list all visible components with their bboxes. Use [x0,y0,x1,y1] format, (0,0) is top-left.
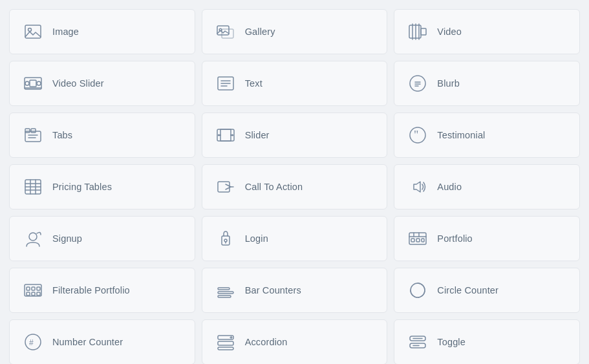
blurb-label: Blurb [437,78,460,89]
card-image[interactable]: Image [9,9,195,54]
card-accordion[interactable]: Accordion [202,319,388,364]
accordion-label: Accordion [245,337,288,347]
widget-grid: ImageGalleryVideoVideo SliderTextBlurbTa… [9,9,580,364]
card-bar-counters[interactable]: Bar Counters [202,268,388,313]
image-label: Image [52,27,79,37]
svg-rect-0 [25,25,41,38]
card-pricing-tables[interactable]: Pricing Tables [9,164,195,209]
number-counter-label: Number Counter [52,337,123,347]
card-toggle[interactable]: Toggle [394,319,580,364]
svg-rect-50 [411,239,414,242]
number-counter-icon: # [23,332,43,352]
call-to-action-label: Call To Action [245,182,303,192]
circle-counter-icon [407,280,428,301]
svg-rect-3 [222,29,233,38]
video-label: Video [437,27,462,37]
portfolio-icon [407,228,428,249]
svg-point-19 [410,76,425,91]
svg-rect-25 [31,129,36,133]
card-video-slider[interactable]: Video Slider [9,61,195,106]
card-signup[interactable]: Signup [9,216,195,261]
svg-rect-61 [218,288,230,290]
pricing-tables-icon [23,177,43,197]
svg-text:#: # [29,338,34,347]
svg-rect-62 [218,295,231,297]
filterable-portfolio-label: Filterable Portfolio [52,285,130,295]
svg-rect-51 [416,239,420,242]
card-slider[interactable]: Slider [202,112,388,158]
video-slider-icon [23,73,43,94]
video-icon [407,21,428,42]
svg-point-1 [28,28,32,32]
blurb-icon [407,73,428,94]
testimonial-label: Testimonial [437,130,485,140]
card-number-counter[interactable]: #Number Counter [9,319,195,364]
svg-rect-14 [30,80,36,87]
gallery-icon [215,21,236,42]
card-testimonial[interactable]: "Testimonial [394,112,580,158]
svg-text:": " [414,129,418,142]
toggle-icon [407,332,428,352]
login-label: Login [245,233,268,244]
card-tabs[interactable]: Tabs [9,112,195,158]
svg-rect-29 [220,129,231,141]
audio-label: Audio [437,182,462,192]
signup-icon [23,228,43,249]
slider-label: Slider [245,130,270,140]
portfolio-label: Portfolio [437,233,473,244]
svg-rect-55 [32,287,35,290]
card-call-to-action[interactable]: Call To Action [202,164,388,209]
card-filterable-portfolio[interactable]: Filterable Portfolio [9,268,195,313]
card-audio[interactable]: Audio [394,164,580,209]
svg-rect-52 [422,239,424,242]
svg-rect-67 [218,341,233,345]
audio-icon [407,177,428,197]
svg-rect-59 [37,292,40,295]
svg-point-31 [231,134,233,136]
svg-rect-43 [222,236,230,245]
bar-counters-label: Bar Counters [245,285,301,295]
video-slider-label: Video Slider [52,78,104,89]
text-label: Text [245,78,262,89]
svg-rect-57 [27,292,30,295]
svg-point-11 [25,81,29,85]
card-blurb[interactable]: Blurb [394,61,580,106]
card-login[interactable]: Login [202,216,388,261]
bar-counters-icon [215,280,236,301]
tabs-label: Tabs [52,130,72,140]
svg-rect-68 [218,347,233,350]
svg-point-30 [218,134,220,136]
card-portfolio[interactable]: Portfolio [394,216,580,261]
svg-point-12 [37,81,41,85]
toggle-label: Toggle [437,337,466,347]
card-text[interactable]: Text [202,61,388,106]
svg-rect-56 [37,287,40,290]
tabs-icon [23,125,43,145]
svg-rect-58 [32,292,35,295]
slider-icon [215,125,236,145]
card-gallery[interactable]: Gallery [202,9,388,54]
circle-counter-label: Circle Counter [437,285,498,295]
pricing-tables-label: Pricing Tables [52,182,112,192]
call-to-action-icon [215,177,236,197]
login-icon [215,228,236,249]
svg-point-42 [29,233,37,241]
gallery-label: Gallery [245,27,275,37]
signup-label: Signup [52,233,82,244]
svg-rect-40 [218,182,230,192]
svg-rect-54 [27,287,30,290]
filterable-portfolio-icon [23,280,43,301]
svg-rect-9 [421,28,426,35]
card-circle-counter[interactable]: Circle Counter [394,268,580,313]
text-icon [215,73,236,94]
testimonial-icon: " [407,125,428,145]
svg-rect-60 [218,292,233,294]
card-video[interactable]: Video [394,9,580,54]
accordion-icon [215,332,236,352]
image-icon [23,21,43,42]
